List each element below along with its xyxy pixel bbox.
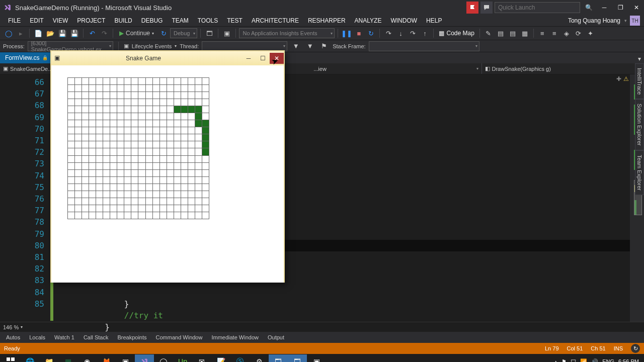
tool-c-icon[interactable]: ▤ — [507, 28, 518, 39]
process-dropdown[interactable]: [6300] SnakeGameDemo.vshost.ex — [28, 41, 113, 51]
menu-architecture[interactable]: ARCHITECTURE — [248, 16, 303, 25]
form-icon[interactable]: ▣ — [307, 354, 326, 362]
menu-test[interactable]: TEST — [223, 16, 247, 25]
tray-time[interactable]: 6:56 PM — [618, 358, 639, 362]
continue-button[interactable]: ▶ Continue ▾ — [116, 29, 157, 38]
comment-icon[interactable]: ≡ — [537, 28, 548, 39]
code-map-button[interactable]: ▦ Code Map — [437, 30, 476, 37]
menu-team[interactable]: TEAM — [168, 16, 192, 25]
tray-shield-icon[interactable]: 🛡 — [571, 358, 576, 362]
menu-edit[interactable]: EDIT — [26, 16, 47, 25]
lifecycle-icon[interactable]: ▣ — [124, 43, 129, 49]
avatar[interactable]: TH — [630, 16, 640, 26]
window2-icon[interactable]: 🗔 — [288, 354, 307, 362]
chrome-icon[interactable]: ◉ — [77, 354, 97, 362]
tabstrip-overflow-icon[interactable]: ▾ — [635, 54, 644, 63]
bookmark-icon[interactable]: ◈ — [561, 28, 572, 39]
tab-intellitrace[interactable]: IntelliTrace — [635, 63, 644, 99]
tab-team-explorer[interactable]: Team Explorer — [635, 150, 644, 195]
filter-icon[interactable]: ▼ — [290, 41, 301, 52]
stop-icon[interactable]: ■ — [353, 28, 364, 39]
insights-dropdown[interactable]: No Application Insights Events — [239, 28, 335, 38]
vs-taskbar-icon[interactable] — [135, 354, 154, 362]
menu-build[interactable]: BUILD — [110, 16, 136, 25]
status-notification-icon[interactable]: ↻ — [631, 344, 640, 353]
menu-tools[interactable]: TOOLS — [194, 16, 222, 25]
new-project-icon[interactable]: 📄 — [33, 28, 44, 39]
refresh-icon[interactable]: ↻ — [158, 28, 169, 39]
search-icon[interactable]: 🔍 — [585, 4, 593, 11]
mail-icon[interactable]: ✉ — [192, 354, 211, 362]
upwork-icon[interactable]: Up — [173, 354, 192, 362]
save-icon[interactable]: 💾 — [57, 28, 68, 39]
config-dropdown[interactable]: Debug — [170, 28, 197, 38]
nav-back-icon[interactable]: ◯ — [3, 28, 14, 39]
user-chevron-icon[interactable]: ▾ — [624, 18, 627, 23]
restore-button[interactable]: ❐ — [613, 2, 628, 13]
feedback-icon[interactable] — [480, 2, 493, 14]
layers-icon[interactable]: ▣ — [221, 28, 232, 39]
save-all-icon[interactable]: 💾 — [69, 28, 80, 39]
restart-icon[interactable]: ↻ — [365, 28, 376, 39]
quick-launch-input[interactable] — [495, 2, 580, 13]
signed-in-user[interactable]: Tong Quang Hoang — [565, 16, 623, 25]
step-over-icon[interactable]: ↷ — [407, 28, 418, 39]
start-button[interactable] — [1, 354, 20, 362]
menu-view[interactable]: VIEW — [49, 16, 72, 25]
firefox-icon[interactable]: 🦊 — [97, 354, 116, 362]
pause-icon[interactable]: ❚❚ — [341, 28, 352, 39]
filter2-icon[interactable]: ▼ — [304, 41, 315, 52]
nav-forward-icon[interactable]: ▸ — [15, 28, 26, 39]
menu-analyze[interactable]: ANALYZE — [351, 16, 386, 25]
tool-a-icon[interactable]: ✎ — [483, 28, 494, 39]
menu-debug[interactable]: DEBUG — [137, 16, 167, 25]
split-icon[interactable]: ✚ — [616, 75, 621, 82]
redo-icon[interactable]: ↷ — [99, 28, 110, 39]
tray-net-icon[interactable]: 📶 — [580, 358, 587, 363]
excel-icon[interactable]: ▦ — [58, 354, 77, 362]
menu-resharper[interactable]: RESHARPER — [304, 16, 350, 25]
undo-icon[interactable]: ↶ — [87, 28, 98, 39]
open-icon[interactable]: 📂 — [45, 28, 56, 39]
tool-d-icon[interactable]: ▦ — [519, 28, 530, 39]
game-minimize-button[interactable]: ─ — [242, 53, 256, 64]
notification-flag-icon[interactable] — [466, 2, 478, 14]
menu-project[interactable]: PROJECT — [73, 16, 109, 25]
close-button[interactable]: ✕ — [629, 2, 644, 13]
tray-sound-icon[interactable]: 🔊 — [591, 358, 598, 363]
minimize-button[interactable]: ─ — [597, 2, 612, 13]
explorer-icon[interactable]: 📁 — [39, 354, 58, 362]
gear-icon[interactable]: ⚙ — [250, 354, 269, 362]
tool-b-icon[interactable]: ▤ — [495, 28, 506, 39]
tab-solution-explorer[interactable]: Solution Explorer — [635, 99, 644, 150]
stackframe-dropdown[interactable] — [369, 41, 479, 51]
window1-icon[interactable]: 🗔 — [269, 354, 288, 362]
menu-window[interactable]: WINDOW — [386, 16, 421, 25]
tab-autos[interactable]: Autos — [2, 333, 24, 342]
app-icon[interactable]: ▣ — [116, 354, 135, 362]
tray-lang[interactable]: ENG — [602, 358, 614, 362]
sync-icon[interactable]: ⟳ — [573, 28, 584, 39]
notes-icon[interactable]: 📝 — [211, 354, 230, 362]
game-maximize-button[interactable]: ☐ — [256, 53, 270, 64]
flag-icon[interactable]: ⚑ — [318, 41, 330, 52]
browser-icon[interactable]: 🗔 — [204, 28, 215, 39]
game-titlebar[interactable]: ▣ Snake Game ─ ☐ ✕ — [51, 51, 284, 65]
tray-flag-icon[interactable]: ⚑ — [561, 358, 567, 363]
thread-dropdown[interactable] — [202, 41, 287, 51]
step-into-icon[interactable]: ↓ — [395, 28, 406, 39]
step-out-icon[interactable]: ↑ — [419, 28, 430, 39]
tray-up-icon[interactable]: ▴ — [554, 358, 557, 363]
ie-icon[interactable]: 🌐 — [20, 354, 39, 362]
uncomment-icon[interactable]: ≡ — [549, 28, 560, 39]
cog-icon[interactable]: ✦ — [585, 28, 596, 39]
menu-file[interactable]: FILE — [4, 16, 25, 25]
nav-member-combo[interactable]: ◧ DrawSnake(Graphics g) — [482, 63, 645, 74]
snake-game-window[interactable]: ▣ Snake Game ─ ☐ ✕ — [50, 50, 285, 283]
menu-help[interactable]: HELP — [422, 16, 446, 25]
edge-icon[interactable]: ◯ — [154, 354, 173, 362]
warning-icon[interactable]: ⚠ — [623, 75, 629, 82]
step-arrow-icon[interactable]: ↷ — [383, 28, 394, 39]
tab-locals[interactable]: Locals — [25, 333, 49, 342]
skype-icon[interactable]: Ⓢ — [230, 354, 250, 362]
